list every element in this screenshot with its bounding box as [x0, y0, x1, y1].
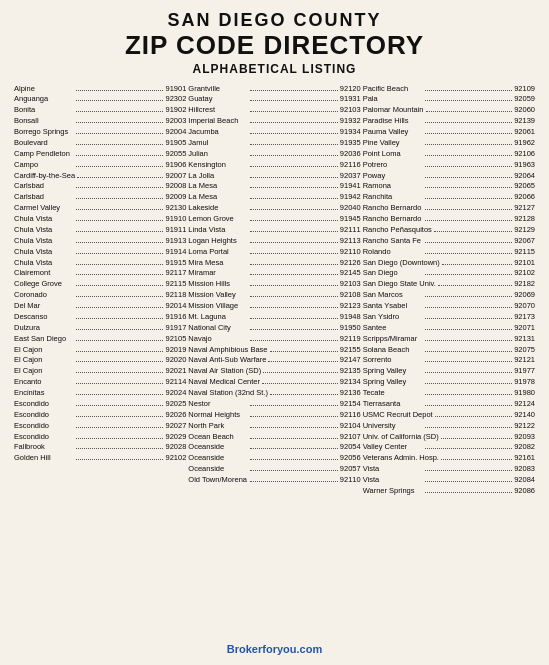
- zip-code: 92302: [165, 94, 186, 105]
- place-name: Chula Vista: [14, 236, 74, 247]
- list-item: Vista92083: [363, 464, 535, 475]
- dot-separator: [270, 351, 338, 352]
- list-item: East San Diego92105: [14, 334, 186, 345]
- place-name: Borrego Springs: [14, 127, 74, 138]
- place-name: Campo: [14, 160, 74, 171]
- list-item: Jamul91935: [188, 138, 360, 149]
- zip-code: 92020: [165, 355, 186, 366]
- list-item: Rancho Peñasquitos92129: [363, 225, 535, 236]
- list-item: Escondido92029: [14, 432, 186, 443]
- dot-separator: [76, 253, 163, 254]
- dot-separator: [425, 253, 512, 254]
- place-name: Old Town/Morena: [188, 475, 248, 486]
- list-item: El Cajon92019: [14, 345, 186, 356]
- dot-separator: [425, 155, 512, 156]
- zip-code: 92066: [514, 192, 535, 203]
- dot-separator: [250, 329, 337, 330]
- dot-separator: [425, 177, 512, 178]
- zip-code: 92121: [514, 355, 535, 366]
- place-name: Sorrento: [363, 355, 423, 366]
- place-name: Oceanside: [188, 464, 248, 475]
- list-item: Chula Vista91915: [14, 258, 186, 269]
- list-item: La Mesa91941: [188, 181, 360, 192]
- zip-code: 92155: [340, 345, 361, 356]
- dot-separator: [250, 198, 337, 199]
- dot-separator: [425, 133, 512, 134]
- place-name: Spring Valley: [363, 377, 423, 388]
- dot-separator: [425, 394, 512, 395]
- list-item: Jacumba91934: [188, 127, 360, 138]
- zip-code: 92029: [165, 432, 186, 443]
- zip-code: 92075: [514, 345, 535, 356]
- place-name: Valley Center: [363, 442, 423, 453]
- place-name: University: [363, 421, 423, 432]
- zip-code: 92117: [165, 268, 186, 279]
- zip-code: 92055: [165, 149, 186, 160]
- list-item: Del Mar92014: [14, 301, 186, 312]
- place-name: Pacific Beach: [363, 84, 423, 95]
- list-item: Rancho Bernardo92128: [363, 214, 535, 225]
- place-name: Oceanside: [188, 453, 248, 464]
- dot-separator: [76, 372, 163, 373]
- zip-code: 92105: [165, 334, 186, 345]
- dot-separator: [250, 416, 337, 417]
- place-name: Encanto: [14, 377, 74, 388]
- list-item: Naval Anti-Sub Warfare92147: [188, 355, 360, 366]
- list-item: Bonsall92003: [14, 116, 186, 127]
- list-item: Vista92084: [363, 475, 535, 486]
- dot-separator: [76, 166, 163, 167]
- list-item: Rolando92115: [363, 247, 535, 258]
- list-item: Chula Vista91914: [14, 247, 186, 258]
- place-name: Clairemont: [14, 268, 74, 279]
- title-line1: SAN DIEGO COUNTY: [14, 10, 535, 31]
- list-item: Mission Village92123: [188, 301, 360, 312]
- zip-code: 92104: [340, 421, 361, 432]
- list-item: Ocean Beach92107: [188, 432, 360, 443]
- zip-code: 92082: [514, 442, 535, 453]
- zip-code: 92111: [340, 225, 361, 236]
- dot-separator: [425, 187, 512, 188]
- list-item: Palomar Mountain92060: [363, 105, 535, 116]
- zip-code: 92115: [514, 247, 535, 258]
- list-item: Alpine91901: [14, 84, 186, 95]
- dot-separator: [425, 166, 512, 167]
- place-name: Camp Pendleton: [14, 149, 74, 160]
- zip-code: 92021: [165, 366, 186, 377]
- dot-separator: [76, 155, 163, 156]
- place-name: Jamul: [188, 138, 248, 149]
- place-name: Ranchita: [363, 192, 423, 203]
- place-name: Warner Springs: [363, 486, 423, 497]
- dot-separator: [425, 307, 512, 308]
- list-item: Warner Springs92086: [363, 486, 535, 497]
- dot-separator: [250, 285, 337, 286]
- place-name: Fallbrook: [14, 442, 74, 453]
- list-item: Linda Vista92111: [188, 225, 360, 236]
- place-name: Vista: [363, 464, 423, 475]
- place-name: Loma Portal: [188, 247, 248, 258]
- list-item: La Jolla92037: [188, 171, 360, 182]
- dot-separator: [250, 242, 337, 243]
- list-item: North Park92104: [188, 421, 360, 432]
- list-item: Clairemont92117: [14, 268, 186, 279]
- zip-code: 92116: [340, 160, 361, 171]
- place-name: Encinitas: [14, 388, 74, 399]
- place-name: Chula Vista: [14, 258, 74, 269]
- list-item: Ramona92065: [363, 181, 535, 192]
- column-1: Alpine91901Anguanga92302Bonita91902Bonsa…: [14, 84, 186, 635]
- zip-code: 92161: [514, 453, 535, 464]
- zip-code: 92114: [165, 377, 186, 388]
- list-item: Bonita91902: [14, 105, 186, 116]
- footer-brand: Brokerforyou.com: [227, 643, 322, 655]
- place-name: Potrero: [363, 160, 423, 171]
- zip-code: 92054: [340, 442, 361, 453]
- zip-code: 92113: [340, 236, 361, 247]
- zip-code: 92102: [514, 268, 535, 279]
- list-item: Santee92071: [363, 323, 535, 334]
- dot-separator: [442, 264, 512, 265]
- dot-separator: [250, 405, 337, 406]
- place-name: Naval Station (32nd St.): [188, 388, 268, 399]
- dot-separator: [425, 470, 512, 471]
- dot-separator: [250, 111, 337, 112]
- zip-code: 92116: [340, 410, 361, 421]
- place-name: Julian: [188, 149, 248, 160]
